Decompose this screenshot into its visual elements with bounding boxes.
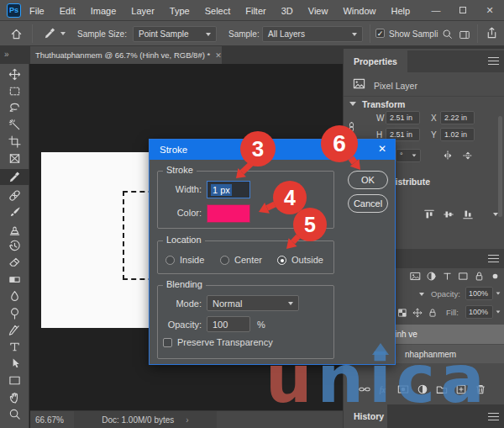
sample-select[interactable]: All Layers <box>262 26 363 42</box>
magic-wand-tool[interactable] <box>8 119 21 131</box>
sample-size-select[interactable]: Point Sample <box>133 26 217 42</box>
path-selection-tool[interactable] <box>8 357 21 370</box>
properties-scrollbar[interactable] <box>498 116 502 217</box>
layer-style-icon[interactable]: fx <box>378 383 390 395</box>
blur-tool[interactable] <box>8 290 21 303</box>
pixel-filter-icon[interactable] <box>410 270 421 281</box>
layer-mask-icon[interactable] <box>397 383 409 395</box>
menu-type[interactable]: Type <box>162 6 197 16</box>
brush-tool[interactable] <box>0 206 29 219</box>
panel-icon[interactable] <box>459 29 470 40</box>
shape-filter-icon[interactable] <box>458 270 469 281</box>
menu-filter[interactable]: Filter <box>238 6 273 16</box>
type-filter-icon[interactable] <box>442 270 453 281</box>
menu-window[interactable]: Window <box>335 6 383 16</box>
eraser-tool[interactable] <box>0 256 29 269</box>
marquee-tool[interactable] <box>0 85 29 98</box>
type-tool[interactable] <box>8 341 21 353</box>
angle-field[interactable]: ° <box>396 149 421 162</box>
fill-field[interactable]: 100% <box>465 305 493 319</box>
hand-tool[interactable] <box>0 391 29 404</box>
opacity-field[interactable]: 100% <box>465 287 493 300</box>
magic-wand-tool[interactable] <box>0 119 29 131</box>
artboard-filter-icon[interactable] <box>490 270 501 281</box>
eyedropper-tool[interactable] <box>8 171 21 183</box>
link-layers-icon[interactable] <box>359 383 370 395</box>
preserve-transparency-checkbox[interactable] <box>163 338 172 347</box>
history-brush-tool[interactable] <box>0 240 29 252</box>
tab-close-icon[interactable]: ✕ <box>215 51 222 60</box>
dodge-tool[interactable] <box>8 307 21 320</box>
chevron-down-icon[interactable] <box>496 292 501 294</box>
lasso-tool[interactable] <box>8 102 21 114</box>
new-layer-icon[interactable] <box>455 383 467 395</box>
marquee-tool[interactable] <box>8 85 21 98</box>
eyedropper-icon[interactable] <box>44 27 56 40</box>
menu-image[interactable]: Image <box>83 6 124 16</box>
zoom-tool[interactable] <box>0 408 29 420</box>
crop-tool[interactable] <box>0 135 29 148</box>
frame-tool[interactable] <box>8 152 21 165</box>
adjustment-filter-icon[interactable] <box>426 270 437 281</box>
move-tool[interactable] <box>8 68 21 81</box>
radio-center[interactable] <box>220 256 229 265</box>
eyedropper-tool[interactable] <box>0 169 29 185</box>
move-tool[interactable] <box>0 68 29 81</box>
minimize-icon[interactable]: — <box>427 3 445 18</box>
cancel-button[interactable]: Cancel <box>348 194 388 213</box>
new-group-icon[interactable] <box>436 383 448 395</box>
rectangle-tool[interactable] <box>8 374 21 387</box>
distribute-top-icon[interactable] <box>423 209 435 220</box>
panel-menu-icon[interactable] <box>488 413 499 420</box>
eraser-tool[interactable] <box>8 256 21 269</box>
dialog-close-icon[interactable]: ✕ <box>378 143 386 155</box>
menu-3d[interactable]: 3D <box>274 6 301 16</box>
y-field[interactable]: 1.02 in <box>440 128 475 141</box>
search-icon[interactable] <box>442 28 453 39</box>
x-field[interactable]: 2.22 in <box>440 111 475 124</box>
adjustment-layer-icon[interactable] <box>417 383 428 395</box>
zoom-level[interactable]: 66.67% <box>35 415 64 425</box>
width-input[interactable]: 1 px <box>207 181 250 198</box>
path-selection-tool[interactable] <box>0 357 29 370</box>
delete-layer-icon[interactable] <box>475 383 486 395</box>
pen-tool[interactable] <box>0 324 29 336</box>
document-tab[interactable]: Thuthuatphanmem @ 66.7% (Hinh ve, RGB/8#… <box>30 46 222 64</box>
brush-tool[interactable] <box>8 206 21 219</box>
distribute-center-icon[interactable] <box>443 209 454 220</box>
color-swatch[interactable] <box>207 204 250 223</box>
panel-menu-icon[interactable] <box>488 57 499 65</box>
lasso-tool[interactable] <box>0 102 29 114</box>
section-collapse-icon[interactable] <box>349 102 356 106</box>
zoom-tool[interactable] <box>8 408 21 420</box>
frame-tool[interactable] <box>0 152 29 165</box>
menu-view[interactable]: View <box>301 6 336 16</box>
menu-help[interactable]: Help <box>384 6 418 16</box>
healing-brush-tool[interactable] <box>8 189 21 202</box>
menu-file[interactable]: File <box>22 6 52 16</box>
lock-all-icon[interactable] <box>428 306 438 316</box>
smart-object-filter-icon[interactable] <box>474 270 485 281</box>
tab-properties[interactable]: Properties <box>344 50 407 72</box>
status-chevron-icon[interactable]: › <box>186 415 188 425</box>
healing-brush-tool[interactable] <box>0 189 29 202</box>
mode-select[interactable]: Normal <box>207 295 299 311</box>
opacity-input[interactable]: 100 <box>207 316 250 332</box>
gradient-tool[interactable] <box>0 273 29 286</box>
radio-outside[interactable] <box>277 256 286 265</box>
flip-horizontal-icon[interactable] <box>442 150 454 161</box>
crop-tool[interactable] <box>8 135 21 148</box>
dodge-tool[interactable] <box>0 307 29 320</box>
w-field[interactable]: 2.51 in <box>386 111 420 124</box>
home-icon[interactable] <box>10 28 23 40</box>
lock-transparent-icon[interactable] <box>397 306 407 316</box>
hand-tool[interactable] <box>8 391 21 404</box>
rectangle-tool[interactable] <box>0 374 29 387</box>
blend-mode-chevron-icon[interactable] <box>419 293 424 296</box>
tab-overflow-icon[interactable]: » <box>4 50 9 59</box>
flip-vertical-icon[interactable] <box>462 150 474 161</box>
clone-stamp-tool[interactable] <box>0 223 29 235</box>
clone-stamp-tool[interactable] <box>8 223 21 235</box>
menu-select[interactable]: Select <box>197 6 239 16</box>
export-icon[interactable] <box>486 27 498 40</box>
